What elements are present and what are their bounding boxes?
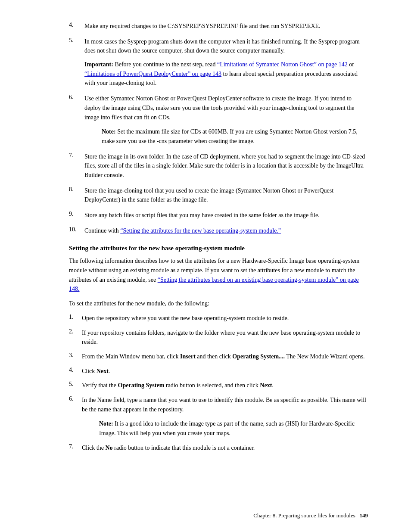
sub-text-5-after: . — [272, 382, 274, 389]
note-label-sub6: Note: — [99, 420, 113, 427]
sub-num-5: 5. — [69, 381, 82, 388]
note-block-6: Note: Set the maximum file size for CDs … — [102, 127, 368, 146]
note-text-sub6: It is a good idea to include the image t… — [99, 420, 355, 436]
sub-bold-4: Next — [97, 368, 109, 374]
list-num-4: 4. — [69, 22, 84, 28]
list-content-8: Store the image-cloning tool that you us… — [84, 186, 368, 205]
sub-bold-3-1: Insert — [180, 353, 196, 360]
sub-num-7: 7. — [69, 443, 82, 450]
list-item-5: 5. In most cases the Sysprep program shu… — [69, 37, 368, 88]
sub-bold-3-2: Operating System.... — [232, 353, 285, 360]
sub-content-4: Click Next. — [82, 367, 368, 376]
sub-content-3: From the Main Window menu bar, click Ins… — [82, 352, 368, 361]
sub-bold-7: No — [105, 445, 112, 451]
list-item-7: 7. Store the image in its own folder. In… — [69, 152, 368, 180]
list-link-10[interactable]: “Setting the attributes for the new base… — [120, 227, 281, 234]
sub-text-3-before: From the Main Window menu bar, click — [82, 353, 180, 360]
sub-item-7: 7. Click the No radio button to indicate… — [69, 443, 368, 453]
sub-text-6-main: In the Name field, type a name that you … — [82, 395, 368, 414]
sub-text-3-after: The New Module Wizard opens. — [285, 353, 365, 360]
sub-text-5-before: Verify that the — [82, 382, 118, 389]
list-item-8: 8. Store the image-cloning tool that you… — [69, 186, 368, 205]
list-content-6: Use either Symantec Norton Ghost or Powe… — [84, 94, 368, 146]
sub-content-6: In the Name field, type a name that you … — [82, 395, 368, 438]
list-content-5: In most cases the Sysprep program shuts … — [84, 37, 368, 88]
sub-text-1: Open the repository where you want the n… — [82, 315, 289, 321]
footer-chapter-text: Chapter 8. Preparing source files for mo… — [253, 512, 355, 519]
list-num-8: 8. — [69, 186, 84, 193]
list-text-9: Store any batch files or script files th… — [84, 212, 320, 218]
list-num-6: 6. — [69, 94, 84, 101]
list-content-4: Make any required changes to the C:\SYSP… — [84, 22, 368, 31]
important-label: Important: — [84, 61, 113, 68]
sub-text-2: If your repository contains folders, nav… — [82, 330, 360, 345]
note-text-6: Set the maximum file size for CDs at 600… — [102, 128, 358, 144]
sub-content-7: Click the No radio button to indicate th… — [82, 443, 368, 453]
sub-item-2: 2. If your repository contains folders, … — [69, 328, 368, 347]
note-block-sub6: Note: It is a good idea to include the i… — [99, 419, 368, 438]
sub-list: 1. Open the repository where you want th… — [69, 314, 368, 453]
sub-text-7-before: Click the — [82, 445, 105, 451]
important-link1[interactable]: “Limitations of Symantec Norton Ghost” o… — [217, 61, 348, 68]
important-text-before: Before you continue to the next step, re… — [113, 61, 217, 68]
sub-text-5-middle: radio button is selected, and then click — [164, 382, 260, 389]
main-list: 4. Make any required changes to the C:\S… — [69, 22, 368, 235]
sub-bold-5-1: Operating System — [118, 382, 165, 389]
list-text-8: Store the image-cloning tool that you us… — [84, 187, 333, 203]
list-num-7: 7. — [69, 152, 84, 159]
sub-content-2: If your repository contains folders, nav… — [82, 328, 368, 347]
list-num-9: 9. — [69, 211, 84, 218]
list-num-10: 10. — [69, 226, 84, 233]
page: 4. Make any required changes to the C:\S… — [0, 0, 411, 532]
sub-item-4: 4. Click Next. — [69, 367, 368, 376]
important-block: Important: Before you continue to the ne… — [84, 60, 368, 88]
list-item-4: 4. Make any required changes to the C:\S… — [69, 22, 368, 31]
sub-text-7-after: radio button to indicate that this modul… — [113, 445, 255, 451]
list-text-6-main: Use either Symantec Norton Ghost or Powe… — [84, 94, 368, 122]
list-text-5-main: In most cases the Sysprep program shuts … — [84, 37, 368, 56]
sub-num-1: 1. — [69, 314, 82, 320]
sub-text-3-middle: and then click — [196, 353, 233, 360]
note-label-6: Note: — [102, 128, 116, 135]
list-text-7: Store the image in its own folder. In th… — [84, 153, 365, 178]
important-link2[interactable]: “Limitations of PowerQuest DeployCenter”… — [84, 71, 221, 77]
list-content-9: Store any batch files or script files th… — [84, 211, 368, 220]
sub-num-3: 3. — [69, 352, 82, 359]
sub-item-6: 6. In the Name field, type a name that y… — [69, 395, 368, 438]
sub-item-5: 5. Verify that the Operating System radi… — [69, 381, 368, 390]
sub-item-1: 1. Open the repository where you want th… — [69, 314, 368, 323]
sub-content-5: Verify that the Operating System radio b… — [82, 381, 368, 390]
footer-page-num: 149 — [360, 512, 368, 519]
important-text-middle: or — [348, 61, 354, 68]
sub-content-1: Open the repository where you want the n… — [82, 314, 368, 323]
list-item-6: 6. Use either Symantec Norton Ghost or P… — [69, 94, 368, 146]
list-content-10: Continue with “Setting the attributes fo… — [84, 226, 368, 236]
list-text-10-before: Continue with — [84, 227, 120, 234]
list-text-4: Make any required changes to the C:\SYSP… — [84, 23, 321, 29]
list-content-7: Store the image in its own folder. In th… — [84, 152, 368, 180]
sub-num-2: 2. — [69, 328, 82, 335]
list-item-9: 9. Store any batch files or script files… — [69, 211, 368, 220]
section-intro-p1: The following information describes how … — [69, 256, 368, 294]
list-num-5: 5. — [69, 37, 84, 44]
sub-item-3: 3. From the Main Window menu bar, click … — [69, 352, 368, 361]
sub-text-4-after: . — [109, 368, 110, 374]
sub-num-6: 6. — [69, 395, 82, 402]
footer: Chapter 8. Preparing source files for mo… — [253, 512, 368, 519]
section-heading: Setting the attributes for the new base … — [69, 245, 368, 252]
section-intro-p2: To set the attributes for the new module… — [69, 299, 368, 308]
sub-text-4-before: Click — [82, 368, 97, 374]
list-item-10: 10. Continue with “Setting the attribute… — [69, 226, 368, 236]
sub-num-4: 4. — [69, 367, 82, 373]
sub-bold-5-2: Next — [260, 382, 272, 389]
